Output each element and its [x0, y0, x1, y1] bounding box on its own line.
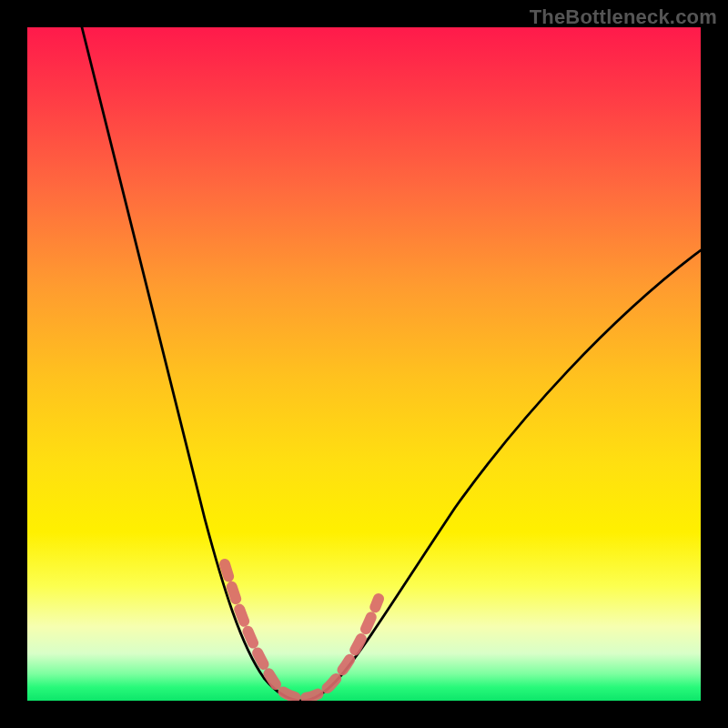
curve-layer	[27, 27, 701, 701]
marker-cluster	[225, 564, 379, 698]
bottleneck-curve	[82, 27, 701, 701]
watermark-text: TheBottleneck.com	[530, 5, 717, 29]
chart-stage: TheBottleneck.com	[0, 0, 728, 728]
plot-area	[27, 27, 701, 701]
